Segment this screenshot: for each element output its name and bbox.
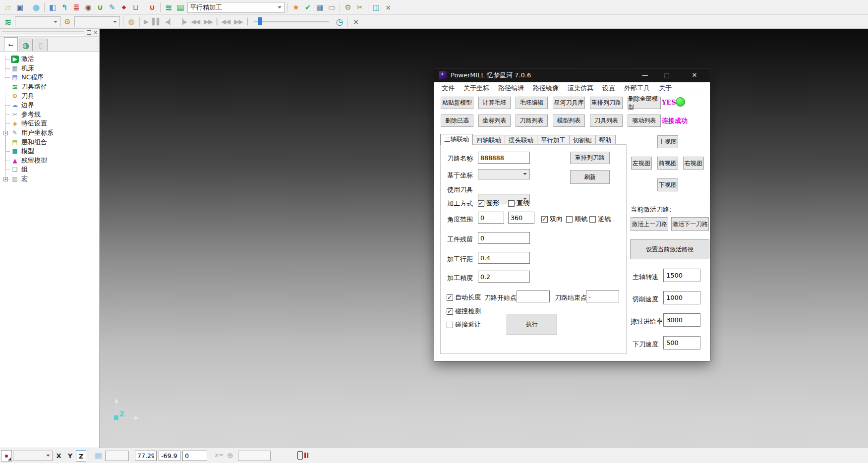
skim-feed-input[interactable] — [663, 313, 700, 327]
panel-grip[interactable]: × — [0, 29, 99, 37]
coord-z-field[interactable] — [182, 451, 207, 461]
view-front-button[interactable]: 前视图 — [657, 157, 678, 170]
tool-select-dropdown[interactable] — [74, 16, 120, 27]
tolerance-input[interactable] — [478, 271, 530, 283]
slider-handle[interactable] — [258, 17, 262, 25]
paste-new-model-button[interactable]: 粘贴新模型 — [441, 97, 473, 109]
cutting-feed-input[interactable] — [663, 291, 700, 304]
tree-item-patterns[interactable]: 参考线 — [0, 110, 99, 119]
leads-red-icon[interactable] — [147, 2, 158, 13]
tree-item-tools[interactable]: 刀具 — [0, 91, 99, 101]
tool-block-icon[interactable] — [130, 2, 141, 13]
close-toolbar-icon[interactable] — [350, 16, 361, 27]
collision-avoid-checkbox[interactable]: 碰撞避让 — [447, 320, 481, 329]
tree-item-levels-sets[interactable]: 层和组合 — [0, 137, 99, 147]
open-project-icon[interactable] — [2, 2, 13, 13]
tree-item-toolpaths[interactable]: 刀具路径 — [0, 82, 99, 92]
rewind-icon[interactable]: ◀◀ — [189, 18, 202, 25]
go-end-icon[interactable]: ▶▶▕ — [232, 18, 249, 25]
conventional-mill-checkbox[interactable]: 逆铣 — [589, 215, 611, 224]
reorder-toolpath-button-2[interactable]: 重排列刀路 — [570, 152, 610, 164]
reorder-toolpath-button[interactable]: 重排列刀路 — [590, 97, 623, 109]
tab-swivel-head[interactable]: 摆头联动 — [505, 135, 537, 145]
curve-editor-icon[interactable] — [107, 2, 117, 13]
powermill-toolpath-icon[interactable] — [163, 2, 174, 13]
tree-item-feature-sets[interactable]: 特征设置 — [0, 119, 99, 128]
tab-web-globe[interactable] — [19, 39, 33, 51]
tree-item-workplanes[interactable]: +用户坐标系 — [0, 128, 99, 138]
expand-icon[interactable]: + — [3, 131, 8, 135]
menu-about-coords[interactable]: 关于坐标 — [459, 84, 494, 93]
tab-recycle-bin[interactable] — [34, 39, 48, 51]
pause-icon[interactable]: ▌▌ — [150, 18, 163, 25]
axis-z-button[interactable]: Z — [76, 450, 86, 462]
refresh-button[interactable]: 刷新 — [570, 170, 610, 184]
holder-icon[interactable] — [95, 2, 106, 13]
probe-icon[interactable]: ⊕ — [227, 451, 233, 460]
tree-item-groups[interactable]: 组 — [0, 165, 99, 174]
plunge-feed-input[interactable] — [663, 336, 700, 349]
start-point-input[interactable] — [517, 290, 550, 302]
lamp-icon[interactable] — [126, 16, 137, 27]
auto-length-checkbox[interactable]: 自动长度 — [447, 293, 481, 302]
menu-about[interactable]: 关于 — [654, 84, 676, 93]
block-icon[interactable] — [47, 2, 58, 13]
end-point-input[interactable] — [586, 290, 619, 302]
climb-mill-checkbox[interactable]: 顺铣 — [566, 215, 587, 224]
minimize-button[interactable]: — — [637, 68, 653, 82]
calculator-icon[interactable] — [314, 2, 325, 13]
tab-4axis[interactable]: 四轴联动 — [472, 135, 505, 145]
tool-select-icon[interactable] — [62, 16, 73, 27]
menu-file[interactable]: 文件 — [437, 84, 459, 93]
tab-explorer-tree[interactable] — [4, 37, 18, 51]
coord-x-field[interactable] — [135, 451, 157, 461]
close-toolbar-icon[interactable] — [383, 2, 394, 13]
drive-list-button[interactable]: 驱动列表 — [628, 115, 661, 127]
stock-left-input[interactable] — [478, 232, 530, 244]
tool-status-icon[interactable] — [1, 450, 12, 462]
tools-icon[interactable] — [343, 2, 353, 13]
menu-path-edit[interactable]: 路径编辑 — [494, 84, 528, 93]
delete-selected-button[interactable]: 删除已选 — [441, 115, 473, 127]
close-panel-icon[interactable]: × — [94, 30, 98, 35]
statusbar-dropdown[interactable] — [13, 451, 53, 461]
models-icon[interactable] — [371, 2, 382, 13]
view-right-button[interactable]: 右视图 — [683, 157, 704, 170]
powermill-toolpath-icon[interactable] — [2, 16, 13, 27]
toolpath-name-input[interactable] — [478, 152, 530, 164]
activate-next-toolpath-button[interactable]: 激活下一刀路 — [671, 217, 709, 231]
axis-y-button[interactable]: Y — [65, 450, 75, 462]
tree-item-activate[interactable]: 激活 — [0, 55, 99, 64]
float-panel-icon[interactable] — [87, 30, 91, 35]
tree-item-models[interactable]: 模型 — [0, 147, 99, 156]
simulation-speed-slider[interactable] — [254, 21, 329, 22]
pattern-icon[interactable] — [118, 2, 129, 13]
star-toollib-icon[interactable] — [290, 2, 301, 13]
tree-item-boundaries[interactable]: 边界 — [0, 101, 99, 110]
maximize-button[interactable]: ▢ — [658, 68, 675, 82]
shaded-view-icon[interactable] — [31, 2, 42, 13]
toolpath-list-button[interactable]: 刀路列表 — [516, 115, 548, 127]
ruler-icon[interactable] — [326, 2, 337, 13]
execute-button[interactable]: 执行 — [507, 314, 557, 335]
tool-library-button[interactable]: 星河刀具库 — [553, 97, 585, 109]
bidirectional-checkbox[interactable]: 双向 — [541, 215, 563, 224]
toolpath-list-icon[interactable] — [175, 2, 186, 13]
menu-settings[interactable]: 设置 — [598, 84, 620, 93]
tab-parallel[interactable]: 平行加工 — [537, 135, 570, 145]
toolpath-select-dropdown[interactable] — [15, 16, 60, 27]
tab-3axis[interactable]: 三轴联动 — [440, 134, 473, 145]
activate-prev-toolpath-button[interactable]: 激活上一刀路 — [631, 217, 668, 231]
tree-item-nc-programs[interactable]: NC程序 — [0, 73, 99, 82]
view-left-button[interactable]: 左视图 — [631, 157, 652, 170]
stock-edit-button[interactable]: 毛坯编辑 — [516, 97, 548, 109]
base-coord-dropdown[interactable] — [478, 169, 530, 179]
tree-item-macros[interactable]: +宏 — [0, 174, 99, 184]
model-list-button[interactable]: 模型列表 — [553, 115, 585, 127]
menu-render-sim[interactable]: 渲染仿真 — [563, 84, 598, 93]
mode-linear-checkbox[interactable]: 直线 — [508, 199, 529, 208]
clock-icon[interactable] — [334, 16, 345, 27]
collision-check-checkbox[interactable]: 碰撞检测 — [447, 307, 481, 316]
play-icon[interactable]: ▶ — [142, 18, 150, 25]
step-back-icon[interactable]: ◀▏ — [163, 18, 176, 25]
